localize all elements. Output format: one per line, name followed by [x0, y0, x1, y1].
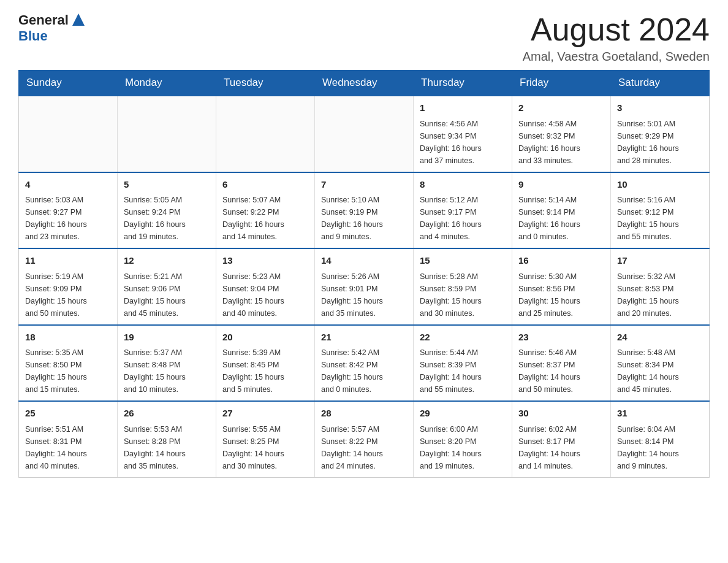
- day-number: 22: [420, 331, 506, 345]
- calendar-cell: 26Sunrise: 5:53 AM Sunset: 8:28 PM Dayli…: [118, 401, 216, 477]
- calendar-cell: 12Sunrise: 5:21 AM Sunset: 9:06 PM Dayli…: [118, 248, 216, 325]
- day-number: 27: [222, 407, 308, 421]
- day-number: 15: [420, 254, 506, 268]
- day-number: 23: [518, 331, 604, 345]
- logo: General Blue: [18, 12, 87, 44]
- day-info: Sunrise: 5:01 AM Sunset: 9:29 PM Dayligh…: [617, 118, 703, 167]
- week-row-2: 4Sunrise: 5:03 AM Sunset: 9:27 PM Daylig…: [19, 172, 710, 249]
- calendar-cell: 27Sunrise: 5:55 AM Sunset: 8:25 PM Dayli…: [216, 401, 315, 477]
- calendar-cell: 11Sunrise: 5:19 AM Sunset: 9:09 PM Dayli…: [19, 248, 118, 325]
- day-info: Sunrise: 5:48 AM Sunset: 8:34 PM Dayligh…: [617, 347, 703, 396]
- logo-blue: Blue: [18, 28, 48, 44]
- calendar-cell: 19Sunrise: 5:37 AM Sunset: 8:48 PM Dayli…: [118, 325, 216, 402]
- day-info: Sunrise: 5:21 AM Sunset: 9:06 PM Dayligh…: [124, 270, 210, 320]
- day-number: 16: [518, 254, 604, 268]
- day-info: Sunrise: 4:58 AM Sunset: 9:32 PM Dayligh…: [518, 118, 604, 167]
- calendar-cell: 4Sunrise: 5:03 AM Sunset: 9:27 PM Daylig…: [19, 172, 118, 249]
- day-number: 21: [321, 331, 407, 345]
- calendar-cell: 30Sunrise: 6:02 AM Sunset: 8:17 PM Dayli…: [512, 401, 611, 477]
- weekday-header-row: SundayMondayTuesdayWednesdayThursdayFrid…: [19, 71, 710, 96]
- day-info: Sunrise: 5:51 AM Sunset: 8:31 PM Dayligh…: [25, 423, 111, 472]
- day-info: Sunrise: 5:39 AM Sunset: 8:45 PM Dayligh…: [222, 347, 308, 396]
- title-block: August 2024 Amal, Vaestra Goetaland, Swe…: [523, 12, 710, 64]
- calendar-cell: 24Sunrise: 5:48 AM Sunset: 8:34 PM Dayli…: [611, 325, 710, 402]
- day-number: 7: [321, 178, 407, 192]
- day-number: 14: [321, 254, 407, 268]
- day-number: 24: [617, 331, 703, 345]
- day-info: Sunrise: 6:02 AM Sunset: 8:17 PM Dayligh…: [518, 423, 604, 472]
- day-info: Sunrise: 5:44 AM Sunset: 8:39 PM Dayligh…: [420, 347, 506, 396]
- calendar-cell: 25Sunrise: 5:51 AM Sunset: 8:31 PM Dayli…: [19, 401, 118, 477]
- calendar-cell: 31Sunrise: 6:04 AM Sunset: 8:14 PM Dayli…: [611, 401, 710, 477]
- calendar-cell: 20Sunrise: 5:39 AM Sunset: 8:45 PM Dayli…: [216, 325, 315, 402]
- calendar-cell: 22Sunrise: 5:44 AM Sunset: 8:39 PM Dayli…: [414, 325, 512, 402]
- day-info: Sunrise: 5:05 AM Sunset: 9:24 PM Dayligh…: [124, 194, 210, 243]
- calendar-cell: 18Sunrise: 5:35 AM Sunset: 8:50 PM Dayli…: [19, 325, 118, 402]
- location-title: Amal, Vaestra Goetaland, Sweden: [523, 50, 710, 64]
- day-info: Sunrise: 4:56 AM Sunset: 9:34 PM Dayligh…: [420, 118, 506, 167]
- day-number: 5: [124, 178, 210, 192]
- day-number: 31: [617, 407, 703, 421]
- calendar-cell: 21Sunrise: 5:42 AM Sunset: 8:42 PM Dayli…: [315, 325, 414, 402]
- calendar-cell: [216, 96, 315, 172]
- week-row-5: 25Sunrise: 5:51 AM Sunset: 8:31 PM Dayli…: [19, 401, 710, 477]
- day-number: 4: [25, 178, 111, 192]
- calendar-cell: 1Sunrise: 4:56 AM Sunset: 9:34 PM Daylig…: [414, 96, 512, 172]
- day-number: 13: [222, 254, 308, 268]
- calendar-cell: 3Sunrise: 5:01 AM Sunset: 9:29 PM Daylig…: [611, 96, 710, 172]
- calendar-cell: 17Sunrise: 5:32 AM Sunset: 8:53 PM Dayli…: [611, 248, 710, 325]
- calendar-cell: 23Sunrise: 5:46 AM Sunset: 8:37 PM Dayli…: [512, 325, 611, 402]
- day-number: 25: [25, 407, 111, 421]
- week-row-4: 18Sunrise: 5:35 AM Sunset: 8:50 PM Dayli…: [19, 325, 710, 402]
- month-title: August 2024: [523, 12, 710, 47]
- day-info: Sunrise: 5:16 AM Sunset: 9:12 PM Dayligh…: [617, 194, 703, 243]
- day-number: 6: [222, 178, 308, 192]
- week-row-1: 1Sunrise: 4:56 AM Sunset: 9:34 PM Daylig…: [19, 96, 710, 172]
- week-row-3: 11Sunrise: 5:19 AM Sunset: 9:09 PM Dayli…: [19, 248, 710, 325]
- day-info: Sunrise: 5:32 AM Sunset: 8:53 PM Dayligh…: [617, 270, 703, 320]
- day-info: Sunrise: 5:42 AM Sunset: 8:42 PM Dayligh…: [321, 347, 407, 396]
- day-number: 1: [420, 101, 506, 115]
- weekday-header-friday: Friday: [512, 71, 611, 96]
- day-number: 9: [518, 178, 604, 192]
- day-info: Sunrise: 5:28 AM Sunset: 8:59 PM Dayligh…: [420, 270, 506, 320]
- day-info: Sunrise: 5:46 AM Sunset: 8:37 PM Dayligh…: [518, 347, 604, 396]
- day-info: Sunrise: 5:23 AM Sunset: 9:04 PM Dayligh…: [222, 270, 308, 320]
- weekday-header-saturday: Saturday: [611, 71, 710, 96]
- day-number: 10: [617, 178, 703, 192]
- day-info: Sunrise: 5:03 AM Sunset: 9:27 PM Dayligh…: [25, 194, 111, 243]
- calendar-cell: 5Sunrise: 5:05 AM Sunset: 9:24 PM Daylig…: [118, 172, 216, 249]
- day-number: 2: [518, 101, 604, 115]
- day-info: Sunrise: 5:30 AM Sunset: 8:56 PM Dayligh…: [518, 270, 604, 320]
- calendar-table: SundayMondayTuesdayWednesdayThursdayFrid…: [18, 70, 710, 478]
- day-number: 8: [420, 178, 506, 192]
- logo-general: General: [18, 12, 69, 28]
- weekday-header-tuesday: Tuesday: [216, 71, 315, 96]
- calendar-cell: [118, 96, 216, 172]
- weekday-header-sunday: Sunday: [19, 71, 118, 96]
- day-info: Sunrise: 5:55 AM Sunset: 8:25 PM Dayligh…: [222, 423, 308, 472]
- calendar-cell: [19, 96, 118, 172]
- day-number: 26: [124, 407, 210, 421]
- day-number: 19: [124, 331, 210, 345]
- logo-icon: [70, 11, 87, 28]
- day-number: 29: [420, 407, 506, 421]
- day-info: Sunrise: 5:57 AM Sunset: 8:22 PM Dayligh…: [321, 423, 407, 472]
- day-number: 12: [124, 254, 210, 268]
- calendar-cell: 13Sunrise: 5:23 AM Sunset: 9:04 PM Dayli…: [216, 248, 315, 325]
- weekday-header-thursday: Thursday: [414, 71, 512, 96]
- weekday-header-wednesday: Wednesday: [315, 71, 414, 96]
- page-header: General Blue August 2024 Amal, Vaestra G…: [18, 12, 710, 64]
- calendar-cell: 7Sunrise: 5:10 AM Sunset: 9:19 PM Daylig…: [315, 172, 414, 249]
- day-info: Sunrise: 5:37 AM Sunset: 8:48 PM Dayligh…: [124, 347, 210, 396]
- calendar-cell: [315, 96, 414, 172]
- day-info: Sunrise: 5:53 AM Sunset: 8:28 PM Dayligh…: [124, 423, 210, 472]
- day-info: Sunrise: 5:10 AM Sunset: 9:19 PM Dayligh…: [321, 194, 407, 243]
- svg-marker-0: [72, 13, 85, 26]
- calendar-cell: 28Sunrise: 5:57 AM Sunset: 8:22 PM Dayli…: [315, 401, 414, 477]
- calendar-cell: 15Sunrise: 5:28 AM Sunset: 8:59 PM Dayli…: [414, 248, 512, 325]
- day-info: Sunrise: 6:00 AM Sunset: 8:20 PM Dayligh…: [420, 423, 506, 472]
- day-number: 3: [617, 101, 703, 115]
- calendar-cell: 2Sunrise: 4:58 AM Sunset: 9:32 PM Daylig…: [512, 96, 611, 172]
- day-info: Sunrise: 5:14 AM Sunset: 9:14 PM Dayligh…: [518, 194, 604, 243]
